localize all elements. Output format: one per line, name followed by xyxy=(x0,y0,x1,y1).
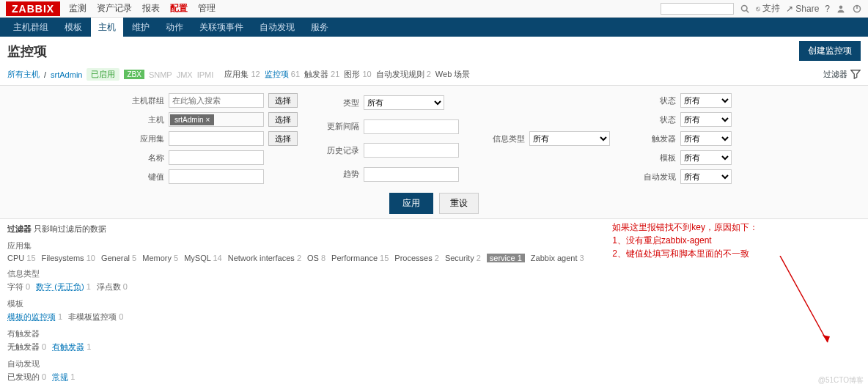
subnav-discovery[interactable]: 自动发现 xyxy=(252,18,302,37)
search-input[interactable] xyxy=(661,3,734,15)
f-name-label: 名称 xyxy=(132,152,164,163)
power-icon[interactable] xyxy=(852,4,862,14)
meta-item[interactable]: Filesystems 10 xyxy=(42,254,95,262)
meta-item[interactable]: Performance 15 xyxy=(331,254,389,262)
f-interval-input[interactable] xyxy=(364,119,459,134)
subnav-correlation[interactable]: 关联项事件 xyxy=(192,18,251,37)
f-type-label: 类型 xyxy=(327,97,359,108)
topnav-reports[interactable]: 报表 xyxy=(142,2,160,15)
tab-triggers[interactable]: 触发器 21 xyxy=(304,69,339,80)
share-link[interactable]: ↗ Share xyxy=(786,4,819,14)
svg-point-2 xyxy=(839,5,843,9)
f-status1-select[interactable]: 所有 xyxy=(680,93,732,108)
meta-item[interactable]: 浮点数 0 xyxy=(97,282,128,291)
f-hostgroup-input[interactable] xyxy=(169,93,264,108)
meta-item[interactable]: 常规 1 xyxy=(52,372,75,381)
f-key-input[interactable] xyxy=(169,169,264,184)
f-status2-label: 状态 xyxy=(644,114,676,125)
f-trend-label: 趋势 xyxy=(327,169,359,180)
tab-apps[interactable]: 应用集 12 xyxy=(224,69,260,80)
meta-item[interactable]: General 5 xyxy=(101,254,136,262)
meta-item[interactable]: OS 8 xyxy=(307,254,326,262)
proto-jmx: JMX xyxy=(177,70,193,79)
breadcrumb-host[interactable]: srtAdmin xyxy=(51,70,82,79)
meta-trig-title: 有触发器 xyxy=(7,328,861,339)
meta-item[interactable]: 数字 (无正负) 1 xyxy=(36,282,91,291)
tab-graphs[interactable]: 图形 10 xyxy=(344,69,371,80)
subnav-actions[interactable]: 动作 xyxy=(158,18,191,37)
topnav-config[interactable]: 配置 xyxy=(170,2,188,15)
meta-item[interactable]: 模板的监控项 1 xyxy=(7,312,62,321)
svg-line-1 xyxy=(746,10,749,12)
f-trigger-label: 触发器 xyxy=(644,133,676,144)
meta-item[interactable]: Security 2 xyxy=(445,254,481,262)
tab-items[interactable]: 监控项 61 xyxy=(265,69,300,80)
tab-discovery[interactable]: 自动发现规则 2 xyxy=(376,69,431,80)
topnav-inventory[interactable]: 资产记录 xyxy=(97,2,132,15)
topnav-admin[interactable]: 管理 xyxy=(198,2,216,15)
meta-item[interactable]: 无触发器 0 xyxy=(7,342,46,351)
meta-item[interactable]: CPU 15 xyxy=(7,254,36,262)
meta-tpl-title: 模板 xyxy=(7,298,861,309)
watermark: @51CTO博客 xyxy=(818,375,864,386)
breadcrumb-allhosts[interactable]: 所有主机 xyxy=(7,69,40,80)
funnel-icon[interactable] xyxy=(850,69,861,81)
search-icon[interactable] xyxy=(740,4,750,14)
page-title: 监控项 xyxy=(7,43,47,60)
f-template-label: 模板 xyxy=(644,152,676,163)
filter-toggle-label[interactable]: 过滤器 xyxy=(823,69,847,80)
top-nav: 监测 资产记录 报表 配置 管理 xyxy=(69,2,216,15)
f-host-label: 主机 xyxy=(132,114,164,125)
f-host-token[interactable]: srtAdmin × xyxy=(170,114,214,125)
meta-item[interactable]: 有触发器 1 xyxy=(52,342,91,351)
subnav-hosts[interactable]: 主机 xyxy=(91,18,123,37)
annotation-text: 如果这里报错找不到key，原因如下： 1、没有重启zabbix-agent 2、… xyxy=(612,221,758,260)
subnav-services[interactable]: 服务 xyxy=(304,18,336,37)
subnav-hostgroups[interactable]: 主机群组 xyxy=(6,18,56,37)
filter-reset-button[interactable]: 重设 xyxy=(439,193,479,214)
meta-item[interactable]: 字符 0 xyxy=(7,282,30,291)
subnav-maint[interactable]: 维护 xyxy=(125,18,157,37)
f-app-select[interactable]: 选择 xyxy=(268,131,298,146)
f-hostgroup-select[interactable]: 选择 xyxy=(268,93,298,108)
subnav-templates[interactable]: 模板 xyxy=(57,18,89,37)
meta-item[interactable]: Processes 2 xyxy=(394,254,439,262)
status-enabled: 已启用 xyxy=(87,68,119,81)
meta-item[interactable]: Network interfaces 2 xyxy=(228,254,301,262)
f-trend-input[interactable] xyxy=(364,167,459,182)
f-history-label: 历史记录 xyxy=(327,145,359,156)
filter-note: 只影响过滤后的数据 xyxy=(34,224,106,233)
meta-item[interactable]: 已发现的 0 xyxy=(7,372,46,381)
f-app-label: 应用集 xyxy=(132,133,164,144)
user-icon[interactable] xyxy=(836,4,846,14)
help-icon[interactable]: ? xyxy=(825,4,830,14)
f-type-select[interactable]: 所有 xyxy=(364,95,444,110)
f-host-select[interactable]: 选择 xyxy=(268,112,298,127)
f-status1-label: 状态 xyxy=(644,95,676,106)
meta-item[interactable]: Memory 5 xyxy=(142,254,178,262)
tab-web[interactable]: Web 场景 xyxy=(435,69,470,80)
filter-apply-button[interactable]: 应用 xyxy=(389,193,433,214)
f-trigger-select[interactable]: 所有 xyxy=(680,131,732,146)
meta-disc-title: 自动发现 xyxy=(7,358,861,369)
f-name-input[interactable] xyxy=(169,150,264,165)
f-history-input[interactable] xyxy=(364,143,459,158)
meta-item[interactable]: Zabbix agent 3 xyxy=(531,254,584,262)
f-discovery-select[interactable]: 所有 xyxy=(680,169,732,184)
meta-infotype-title: 信息类型 xyxy=(7,268,861,279)
f-app-input[interactable] xyxy=(169,131,264,146)
f-infotype-select[interactable]: 所有 xyxy=(529,131,610,146)
f-discovery-label: 自动发现 xyxy=(644,172,676,183)
f-template-select[interactable]: 所有 xyxy=(680,150,732,165)
create-item-button[interactable]: 创建监控项 xyxy=(799,41,861,61)
filter-note-title: 过滤器 xyxy=(7,224,32,233)
support-link[interactable]: ⎋ 支持 xyxy=(756,2,780,15)
logo: ZABBIX xyxy=(6,1,60,16)
f-key-label: 键值 xyxy=(132,172,164,183)
meta-item[interactable]: 非模板监控项 0 xyxy=(68,312,123,321)
meta-item[interactable]: service 1 xyxy=(487,254,525,262)
topnav-monitor[interactable]: 监测 xyxy=(69,2,87,15)
meta-item[interactable]: MySQL 14 xyxy=(184,254,222,262)
f-status2-select[interactable]: 所有 xyxy=(680,112,732,127)
f-hostgroup-label: 主机群组 xyxy=(132,95,164,106)
